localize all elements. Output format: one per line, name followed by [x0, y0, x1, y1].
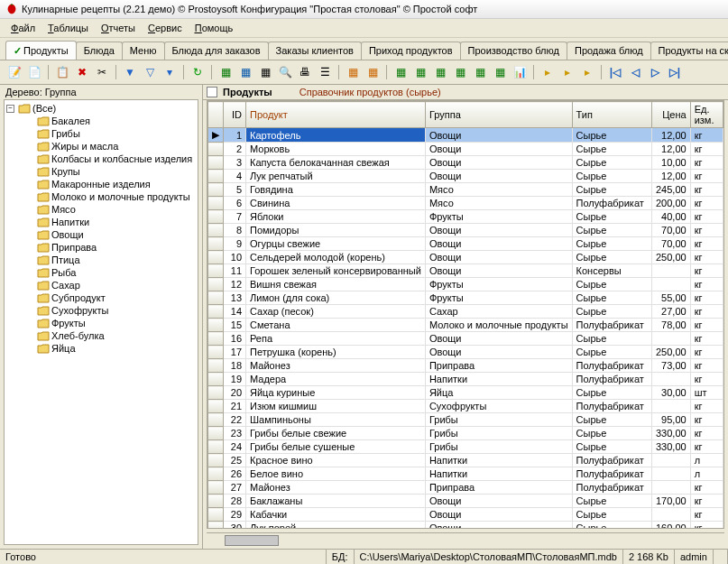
table-row[interactable]: 6СвининаМясоПолуфабрикат200,00кг: [208, 197, 723, 210]
cell-unit[interactable]: кг: [690, 251, 723, 264]
menu-0[interactable]: Файл: [5, 21, 41, 35]
table-row[interactable]: 12Вишня свежаяФруктыСырьекг: [208, 278, 723, 291]
grid2-icon[interactable]: ▦: [364, 63, 382, 81]
cell-type[interactable]: Сырье: [572, 278, 651, 291]
cell-type[interactable]: Полуфабрикат: [572, 359, 651, 373]
cell-group[interactable]: Овощи: [425, 143, 572, 156]
cell-unit[interactable]: кг: [690, 197, 723, 210]
cell-type[interactable]: Сырье: [572, 346, 651, 359]
cell-id[interactable]: 26: [224, 467, 246, 481]
table-row[interactable]: 14Сахар (песок)СахарСырье27,00кг: [208, 305, 723, 319]
cell-group[interactable]: Овощи: [425, 522, 572, 530]
table-row[interactable]: 3Капуста белокачанная свежаяОвощиСырье10…: [208, 156, 723, 170]
cell-type[interactable]: Сырье: [572, 183, 651, 197]
cell-product[interactable]: Говядина: [246, 183, 426, 197]
action1-icon[interactable]: ▸: [539, 63, 557, 81]
view1-icon[interactable]: ▦: [392, 63, 410, 81]
action2-icon[interactable]: ▸: [558, 63, 576, 81]
table-row[interactable]: 25Красное виноНапиткиПолуфабрикатл: [208, 454, 723, 467]
tree-item[interactable]: Сахар: [6, 279, 196, 291]
copy-icon[interactable]: 📋: [53, 63, 71, 81]
cell-group[interactable]: Напитки: [425, 467, 572, 481]
col-group[interactable]: Группа: [425, 102, 572, 128]
cell-product[interactable]: Баклажаны: [246, 495, 426, 508]
filter-clear-icon[interactable]: ▽: [141, 63, 159, 81]
cell-unit[interactable]: кг: [690, 346, 723, 359]
cell-type[interactable]: Полуфабрикат: [572, 467, 651, 481]
cell-id[interactable]: 20: [224, 386, 246, 400]
cell-unit[interactable]: кг: [690, 278, 723, 291]
tree[interactable]: − (Все) БакалеяГрибыЖиры и маслаКолбасы …: [4, 99, 198, 545]
expander-icon[interactable]: −: [6, 105, 14, 113]
cell-type[interactable]: Сырье: [572, 495, 651, 508]
action3-icon[interactable]: ▸: [578, 63, 596, 81]
cell-type[interactable]: Консервы: [572, 264, 651, 278]
tree-item[interactable]: Макаронные изделия: [6, 178, 196, 190]
cell-price[interactable]: 27,00: [651, 305, 690, 319]
cell-price[interactable]: 250,00: [651, 251, 690, 264]
tab-2[interactable]: Меню: [122, 42, 165, 60]
cell-type[interactable]: Сырье: [572, 170, 651, 183]
table-row[interactable]: 16РепаОвощиСырьекг: [208, 332, 723, 346]
cell-product[interactable]: Кабачки: [246, 508, 426, 522]
cell-type[interactable]: Сырье: [572, 291, 651, 305]
cell-type[interactable]: Сырье: [572, 251, 651, 264]
cell-product[interactable]: Белое вино: [246, 467, 426, 481]
tree-item[interactable]: Грибы: [6, 127, 196, 140]
tree-item[interactable]: Колбасы и колбасные изделия: [6, 153, 196, 165]
cell-group[interactable]: Фрукты: [425, 291, 572, 305]
table-row[interactable]: 24Грибы белые сушеныеГрибыСырье330,00кг: [208, 440, 723, 454]
cell-id[interactable]: 25: [224, 454, 246, 467]
cell-unit[interactable]: кг: [690, 264, 723, 278]
table-row[interactable]: 2МорковьОвощиСырье12,00кг: [208, 143, 723, 156]
tab-5[interactable]: Приход продуктов: [361, 42, 461, 60]
cell-product[interactable]: Морковь: [246, 143, 426, 156]
cell-id[interactable]: 8: [224, 224, 246, 237]
tree-item[interactable]: Молоко и молочные продукты: [6, 190, 196, 203]
tree-item[interactable]: Рыба: [6, 266, 196, 279]
table-row[interactable]: 19МадераНапиткиПолуфабрикаткг: [208, 373, 723, 386]
cell-product[interactable]: Сахар (песок): [246, 305, 426, 319]
delete-icon[interactable]: ✖: [73, 63, 91, 81]
cell-product[interactable]: Майонез: [246, 481, 426, 495]
cell-price[interactable]: 12,00: [651, 128, 690, 143]
view6-icon[interactable]: ▦: [491, 63, 509, 81]
cell-product[interactable]: Грибы белые сушеные: [246, 440, 426, 454]
cell-product[interactable]: Сельдерей молодой (корень): [246, 251, 426, 264]
cell-unit[interactable]: кг: [690, 237, 723, 251]
cell-group[interactable]: Напитки: [425, 454, 572, 467]
cell-id[interactable]: 14: [224, 305, 246, 319]
col-id[interactable]: ID: [224, 102, 246, 128]
cell-price[interactable]: 160,00: [651, 522, 690, 530]
cell-id[interactable]: 10: [224, 251, 246, 264]
table-row[interactable]: 7ЯблокиФруктыСырье40,00кг: [208, 210, 723, 224]
cell-id[interactable]: 30: [224, 522, 246, 530]
cell-group[interactable]: Грибы: [425, 413, 572, 427]
cell-group[interactable]: Овощи: [425, 495, 572, 508]
edit-icon[interactable]: 📝: [5, 63, 23, 81]
cell-product[interactable]: Лук порей: [246, 522, 426, 530]
tree-item[interactable]: Яйца: [6, 342, 196, 355]
cell-id[interactable]: 1: [224, 128, 246, 143]
cell-group[interactable]: Овощи: [425, 237, 572, 251]
cell-price[interactable]: [651, 400, 690, 413]
cell-unit[interactable]: кг: [690, 413, 723, 427]
tab-1[interactable]: Блюда: [76, 42, 123, 60]
cell-product[interactable]: Красное вино: [246, 454, 426, 467]
cell-unit[interactable]: кг: [690, 128, 723, 143]
cell-id[interactable]: 16: [224, 332, 246, 346]
cell-price[interactable]: 95,00: [651, 413, 690, 427]
tab-7[interactable]: Продажа блюд: [567, 42, 651, 60]
cell-product[interactable]: Петрушка (корень): [246, 346, 426, 359]
view3-icon[interactable]: ▦: [431, 63, 449, 81]
cell-group[interactable]: Овощи: [425, 170, 572, 183]
refresh-icon[interactable]: ↻: [189, 63, 207, 81]
cell-unit[interactable]: шт: [690, 386, 723, 400]
cell-group[interactable]: Сухофрукты: [425, 400, 572, 413]
cell-type[interactable]: Сырье: [572, 305, 651, 319]
cell-group[interactable]: Овощи: [425, 128, 572, 143]
cell-group[interactable]: Овощи: [425, 346, 572, 359]
cell-unit[interactable]: кг: [690, 481, 723, 495]
cell-group[interactable]: Овощи: [425, 251, 572, 264]
nav-prev-icon[interactable]: ◁: [626, 63, 644, 81]
